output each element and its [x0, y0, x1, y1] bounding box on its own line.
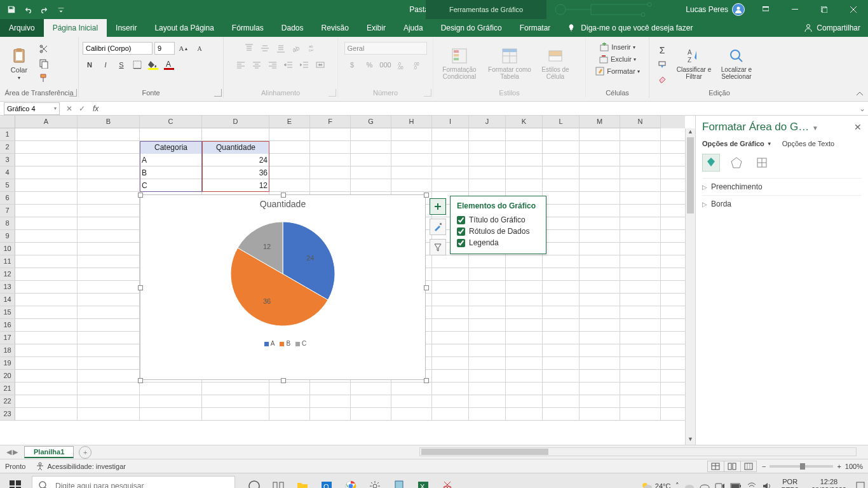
cut-button[interactable]	[37, 43, 51, 55]
row-headers[interactable]: 1234567891011121314151617181920212223	[0, 128, 15, 421]
number-launcher-icon[interactable]	[424, 89, 431, 97]
notifications-icon[interactable]	[855, 481, 865, 489]
copy-button[interactable]	[37, 57, 51, 70]
embedded-chart[interactable]: Quantidade 243612 ABC	[140, 194, 426, 380]
pane-size-properties-icon[interactable]	[753, 154, 771, 172]
pane-fill-line-icon[interactable]	[702, 154, 720, 172]
underline-button[interactable]: S	[114, 58, 128, 71]
tab-data[interactable]: Dados	[273, 19, 313, 37]
vertical-scrollbar[interactable]: ▲ ▼	[685, 128, 695, 445]
tab-view[interactable]: Exibir	[358, 19, 395, 37]
taskbar-lang[interactable]: PORPTB2	[777, 478, 803, 488]
increase-indent-button[interactable]	[297, 58, 311, 71]
format-painter-button[interactable]	[37, 72, 51, 85]
pane-section-border[interactable]: ▷Borda	[702, 195, 862, 212]
account-user[interactable]: Lucas Peres	[679, 3, 751, 16]
tray-chevron-icon[interactable]: ˄	[675, 482, 679, 488]
taskbar-search[interactable]: Digite aqui para pesquisar	[32, 476, 235, 489]
tab-home[interactable]: Página Inicial	[44, 19, 107, 37]
flyout-item[interactable]: Legenda	[457, 237, 536, 248]
scroll-up-icon[interactable]: ▲	[686, 128, 695, 137]
fx-icon[interactable]: fx	[90, 104, 101, 113]
start-button[interactable]	[0, 473, 31, 489]
ribbon-display-options-icon[interactable]	[751, 0, 780, 19]
flyout-item[interactable]: Título do Gráfico	[457, 214, 536, 226]
task-view-icon[interactable]	[245, 477, 263, 489]
increase-decimal-button[interactable]: .0.00	[395, 58, 409, 71]
alignment-launcher-icon[interactable]	[329, 89, 336, 97]
pane-tab-text-options[interactable]: Opções de Texto	[782, 140, 834, 147]
wrap-text-button[interactable]: abc↵	[306, 42, 320, 55]
scroll-down-icon[interactable]: ▼	[686, 436, 695, 445]
pie-chart[interactable]: 243612	[219, 210, 346, 337]
cancel-formula-icon[interactable]: ✕	[64, 104, 75, 113]
increase-font-button[interactable]: A▲	[177, 42, 191, 55]
undo-icon[interactable]	[20, 2, 36, 17]
maximize-button[interactable]	[810, 0, 839, 19]
cloud-icon[interactable]	[700, 481, 710, 489]
percent-format-button[interactable]: %	[363, 58, 377, 71]
align-left-button[interactable]	[234, 58, 248, 71]
tab-help[interactable]: Ajuda	[395, 19, 432, 37]
accounting-format-button[interactable]: $	[347, 58, 361, 71]
weather-widget[interactable]: 24°C	[641, 480, 671, 489]
minimize-button[interactable]	[780, 0, 810, 19]
fill-color-button[interactable]	[146, 58, 160, 71]
font-color-button[interactable]: A	[162, 58, 176, 71]
wifi-icon[interactable]	[747, 481, 757, 489]
collapse-ribbon-icon[interactable]	[854, 90, 865, 98]
zoom-slider[interactable]: − + 100%	[762, 463, 863, 470]
italic-button[interactable]: I	[98, 58, 112, 71]
format-as-table-button[interactable]: Formatar como Tabela	[485, 41, 534, 86]
orientation-button[interactable]: ab	[290, 42, 304, 55]
normal-view-button[interactable]	[707, 461, 724, 472]
cortana-icon[interactable]	[269, 477, 287, 489]
borders-button[interactable]	[130, 58, 144, 71]
save-icon[interactable]	[4, 2, 19, 17]
enter-formula-icon[interactable]: ✓	[76, 104, 88, 113]
file-explorer-icon[interactable]	[294, 477, 311, 489]
onedrive-icon[interactable]	[684, 481, 695, 489]
share-button[interactable]: Compartilhar	[796, 19, 868, 37]
snip-icon[interactable]	[438, 477, 456, 489]
tab-page-layout[interactable]: Layout da Página	[146, 19, 222, 37]
flyout-checkbox[interactable]	[457, 216, 465, 224]
sort-filter-button[interactable]: AZ Classificar e Filtrar	[675, 41, 713, 86]
decrease-font-button[interactable]: A	[193, 42, 207, 55]
tab-chart-design[interactable]: Design do Gráfico	[432, 19, 511, 37]
new-sheet-button[interactable]: +	[79, 446, 92, 459]
autosum-button[interactable]: Σ	[653, 44, 671, 57]
fill-button[interactable]	[653, 58, 671, 71]
zoom-level-label[interactable]: 100%	[845, 463, 863, 470]
chrome-icon[interactable]	[342, 477, 360, 489]
chart-elements-button[interactable]	[430, 198, 446, 215]
font-size-input[interactable]	[154, 42, 175, 55]
qat-customize-icon[interactable]	[53, 2, 69, 17]
comma-format-button[interactable]: 000	[379, 58, 393, 71]
cell-styles-button[interactable]: Estilos de Célula	[538, 41, 573, 86]
tab-format[interactable]: Formatar	[511, 19, 560, 37]
name-box[interactable]: Gráfico 4▾	[4, 102, 60, 115]
zoom-in-icon[interactable]: +	[837, 463, 841, 470]
tab-file[interactable]: Arquivo	[0, 19, 44, 37]
sheet-nav-prev-icon[interactable]: ◀	[6, 448, 11, 456]
pane-tab-chart-options[interactable]: Opções de Gráfico ▼	[702, 140, 772, 147]
chart-filters-button[interactable]	[430, 239, 446, 255]
sheet-nav-next-icon[interactable]: ▶	[13, 448, 18, 456]
align-bottom-button[interactable]	[274, 42, 288, 55]
page-layout-view-button[interactable]	[724, 461, 740, 472]
settings-icon[interactable]	[366, 477, 384, 489]
align-center-button[interactable]	[250, 58, 264, 71]
zoom-out-icon[interactable]: −	[762, 463, 766, 470]
clipboard-launcher-icon[interactable]	[69, 89, 77, 97]
pane-section-fill[interactable]: ▷Preenchimento	[702, 178, 862, 195]
find-select-button[interactable]: Localizar e Selecionar	[717, 41, 756, 86]
scroll-thumb[interactable]	[687, 137, 694, 214]
flyout-item[interactable]: Rótulos de Dados	[457, 226, 536, 237]
align-middle-button[interactable]	[258, 42, 272, 55]
paste-button[interactable]: Colar▾	[4, 41, 34, 86]
font-name-input[interactable]	[83, 42, 153, 55]
decrease-indent-button[interactable]	[281, 58, 295, 71]
expand-formula-bar-icon[interactable]: ⌄	[857, 104, 868, 113]
format-pane-close-icon[interactable]: ✕	[854, 122, 862, 132]
